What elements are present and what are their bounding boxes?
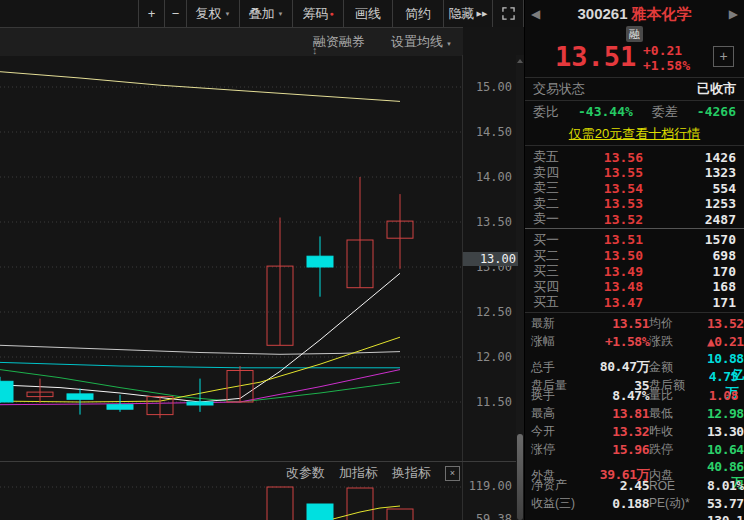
stat-label: 最新	[531, 315, 593, 332]
margin-trading-link[interactable]: 融资融券	[313, 33, 365, 51]
next-stock-arrow-icon[interactable]: ▶	[729, 7, 738, 21]
axis-divider	[462, 55, 463, 520]
stat-value: 0.188	[593, 496, 649, 511]
stat-value: 1.08	[707, 388, 738, 403]
y-axis-tick-label: 13.50	[464, 215, 512, 229]
red-dot-badge-icon: ●	[329, 10, 333, 17]
order-price: 13.54	[569, 181, 643, 196]
panel-scrollbar[interactable]	[516, 55, 524, 520]
order-level-label: 卖一	[533, 210, 569, 228]
stat-label: 跌停	[649, 441, 707, 458]
chip-distribution-button[interactable]: 筹码●	[292, 0, 343, 27]
order-volume: 170	[643, 264, 736, 279]
overlay-button[interactable]: 叠加▼	[239, 0, 292, 27]
order-price: 13.55	[569, 165, 643, 180]
ma-settings-link[interactable]: 设置均线▼	[391, 33, 452, 51]
fullscreen-button[interactable]	[492, 0, 524, 27]
order-volume: 1323	[643, 165, 736, 180]
stat-value: +1.58%	[593, 334, 649, 349]
order-book-row[interactable]: 卖一13.522487	[525, 210, 744, 226]
pane-splitter-icon[interactable]: ↕	[312, 44, 318, 56]
price-block: 13.51 +0.21+1.58% +	[525, 43, 744, 77]
chart-section: + − 复权▼ 叠加▼ 筹码● 画线 简约 隐藏▶▶ 融资融券 设置均线▼ ↕ …	[0, 0, 524, 520]
y-axis-tick-label: 12.50	[464, 305, 512, 319]
stat-row: 今开13.32昨收13.30	[525, 423, 744, 441]
stat-label: 涨跌	[649, 333, 707, 350]
quote-panel: ◀ 300261雅本化学 ▶ 融 13.51 +0.21+1.58% + 交易状…	[524, 0, 744, 520]
stat-label: 涨幅	[531, 333, 593, 350]
weibi-row: 委比 -43.44% 委差 -4266	[525, 101, 744, 122]
stock-code: 300261	[577, 5, 627, 22]
promo-row: 仅需20元查看十档行情	[525, 122, 744, 146]
stock-title: 300261雅本化学	[525, 0, 744, 24]
weibi-value: -43.44%	[578, 104, 633, 119]
stat-value: 13.30	[707, 424, 744, 439]
level2-promo-link[interactable]: 仅需20元查看十档行情	[569, 125, 700, 143]
change-params-button[interactable]: 改参数	[286, 464, 325, 482]
order-price: 13.52	[569, 212, 643, 227]
chart-toolbar: + − 复权▼ 叠加▼ 筹码● 画线 简约 隐藏▶▶	[0, 0, 524, 27]
stats-grid: 最新13.51均价13.52涨幅+1.58%涨跌▲0.21总手80.47万金额1…	[525, 312, 744, 520]
price-marker-label: 13.00	[463, 252, 518, 266]
order-price: 13.56	[569, 150, 643, 165]
volume-indicator-pane[interactable]: 改参数 加指标 换指标 × 119.00 59.38	[0, 461, 524, 520]
chart-subtoolbar: 融资融券 设置均线▼	[0, 27, 463, 56]
switch-indicator-button[interactable]: 换指标	[392, 464, 431, 482]
stat-label: 最高	[531, 405, 593, 422]
stat-row: 涨停15.96跌停10.64	[525, 441, 744, 459]
zoom-out-button[interactable]: −	[164, 0, 186, 27]
order-volume: 1570	[643, 232, 736, 247]
order-book-row[interactable]: 卖五13.561426	[525, 148, 744, 164]
order-book-row[interactable]: 买五13.47171	[525, 293, 744, 309]
chevron-down-icon: ▼	[278, 11, 284, 17]
stat-value: 10.64	[707, 442, 744, 457]
scrollbar-thumb[interactable]	[517, 434, 523, 520]
close-pane-button[interactable]: ×	[445, 466, 460, 481]
stat-label: 收益(三)	[531, 495, 593, 512]
stock-name: 雅本化学	[632, 5, 692, 22]
stat-label: 今开	[531, 423, 593, 440]
order-book-row[interactable]: 卖二13.531253	[525, 195, 744, 211]
stat-row: 涨幅+1.58%涨跌▲0.21	[525, 333, 744, 351]
order-volume: 171	[643, 295, 736, 310]
stat-row: 总股本9.633亿总值130.1亿	[525, 513, 744, 520]
order-book-row[interactable]: 买二13.50698	[525, 247, 744, 263]
order-volume: 2487	[643, 212, 736, 227]
chevron-down-icon: ▼	[225, 11, 231, 17]
stat-label: 最低	[649, 405, 707, 422]
hide-button[interactable]: 隐藏▶▶	[443, 0, 492, 27]
stat-row: 收益(三)0.188PE(动)*53.77	[525, 495, 744, 513]
quote-header: ◀ 300261雅本化学 ▶	[525, 0, 744, 26]
simple-mode-button[interactable]: 简约	[392, 0, 443, 27]
stat-label: 净资产	[531, 477, 593, 494]
adjust-price-button[interactable]: 复权▼	[186, 0, 239, 27]
add-to-watchlist-button[interactable]: +	[713, 46, 734, 67]
stat-label: 涨停	[531, 441, 593, 458]
stat-label: 昨收	[649, 423, 707, 440]
stat-label: 总手	[531, 359, 593, 376]
stat-value: 80.47万	[593, 358, 649, 376]
draw-line-button[interactable]: 画线	[343, 0, 392, 27]
stat-value: 13.52	[707, 316, 744, 331]
prev-stock-arrow-icon[interactable]: ◀	[531, 7, 540, 21]
y-axis-tick-label: 14.00	[464, 170, 512, 184]
order-book-row[interactable]: 买四13.48168	[525, 278, 744, 294]
order-book-row[interactable]: 卖三13.54554	[525, 179, 744, 195]
order-book-row[interactable]: 买三13.49170	[525, 262, 744, 278]
stat-row: 净资产2.45ROE8.01%	[525, 477, 744, 495]
price-change: +0.21+1.58%	[643, 43, 690, 73]
stat-value: 53.77	[707, 496, 744, 511]
chevron-down-icon: ▼	[446, 41, 452, 47]
indicator-pane-header: 改参数 加指标 换指标 ×	[272, 464, 460, 482]
stat-label: 量比	[649, 387, 707, 404]
last-price: 13.51	[555, 41, 636, 72]
zoom-in-button[interactable]: +	[138, 0, 164, 27]
order-book-row[interactable]: 买一13.511570	[525, 231, 744, 247]
order-book-row[interactable]: 卖四13.551323	[525, 164, 744, 180]
stat-row: 换手8.47%量比1.08	[525, 387, 744, 405]
stat-value: 2.45	[593, 478, 649, 493]
kline-chart-canvas[interactable]: 15.0014.5014.0013.5013.0012.5012.0011.50…	[0, 55, 524, 461]
add-indicator-button[interactable]: 加指标	[339, 464, 378, 482]
stat-value: ▲0.21	[707, 334, 744, 349]
scrollbar-up-arrow-icon[interactable]	[517, 59, 523, 63]
